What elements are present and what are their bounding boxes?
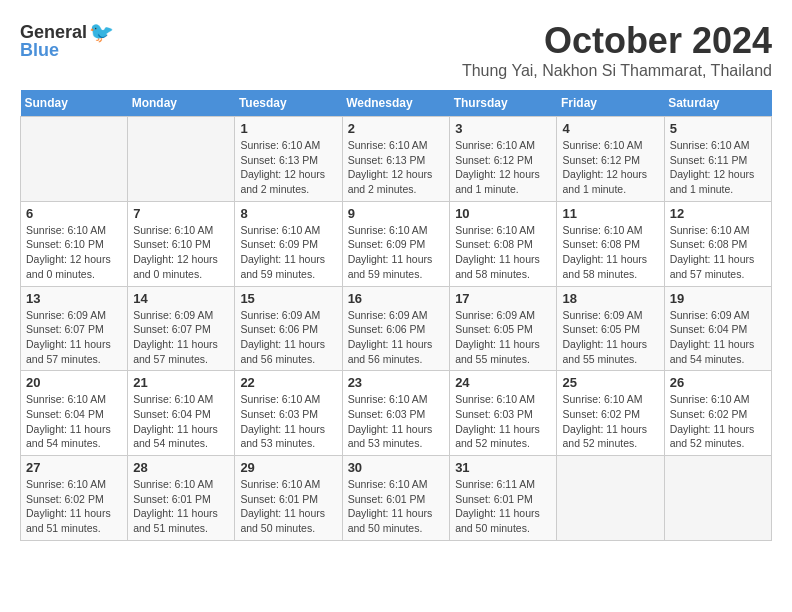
day-number: 2 [348,121,445,136]
dow-header-thursday: Thursday [450,90,557,117]
day-number: 17 [455,291,551,306]
logo-blue-text: Blue [20,40,59,61]
logo: General 🐦 Blue [20,20,114,61]
day-number: 19 [670,291,766,306]
day-detail: Sunrise: 6:09 AMSunset: 6:07 PMDaylight:… [26,308,122,367]
day-detail: Sunrise: 6:09 AMSunset: 6:04 PMDaylight:… [670,308,766,367]
day-detail: Sunrise: 6:10 AMSunset: 6:03 PMDaylight:… [240,392,336,451]
day-detail: Sunrise: 6:10 AMSunset: 6:08 PMDaylight:… [562,223,658,282]
calendar-cell [128,117,235,202]
calendar-cell: 27Sunrise: 6:10 AMSunset: 6:02 PMDayligh… [21,456,128,541]
day-detail: Sunrise: 6:10 AMSunset: 6:12 PMDaylight:… [562,138,658,197]
calendar-cell: 12Sunrise: 6:10 AMSunset: 6:08 PMDayligh… [664,201,771,286]
day-detail: Sunrise: 6:10 AMSunset: 6:11 PMDaylight:… [670,138,766,197]
day-detail: Sunrise: 6:10 AMSunset: 6:04 PMDaylight:… [26,392,122,451]
day-detail: Sunrise: 6:10 AMSunset: 6:09 PMDaylight:… [348,223,445,282]
day-detail: Sunrise: 6:10 AMSunset: 6:04 PMDaylight:… [133,392,229,451]
calendar-cell: 1Sunrise: 6:10 AMSunset: 6:13 PMDaylight… [235,117,342,202]
dow-header-monday: Monday [128,90,235,117]
day-number: 22 [240,375,336,390]
calendar-cell: 7Sunrise: 6:10 AMSunset: 6:10 PMDaylight… [128,201,235,286]
calendar-cell: 29Sunrise: 6:10 AMSunset: 6:01 PMDayligh… [235,456,342,541]
month-title: October 2024 [462,20,772,62]
calendar-cell: 20Sunrise: 6:10 AMSunset: 6:04 PMDayligh… [21,371,128,456]
dow-header-sunday: Sunday [21,90,128,117]
calendar-cell [557,456,664,541]
dow-header-friday: Friday [557,90,664,117]
day-number: 4 [562,121,658,136]
day-detail: Sunrise: 6:10 AMSunset: 6:08 PMDaylight:… [455,223,551,282]
day-number: 26 [670,375,766,390]
day-number: 1 [240,121,336,136]
day-detail: Sunrise: 6:10 AMSunset: 6:01 PMDaylight:… [348,477,445,536]
day-number: 5 [670,121,766,136]
calendar-cell: 8Sunrise: 6:10 AMSunset: 6:09 PMDaylight… [235,201,342,286]
day-detail: Sunrise: 6:10 AMSunset: 6:12 PMDaylight:… [455,138,551,197]
calendar-cell: 10Sunrise: 6:10 AMSunset: 6:08 PMDayligh… [450,201,557,286]
day-detail: Sunrise: 6:10 AMSunset: 6:08 PMDaylight:… [670,223,766,282]
day-detail: Sunrise: 6:10 AMSunset: 6:01 PMDaylight:… [240,477,336,536]
day-number: 25 [562,375,658,390]
day-detail: Sunrise: 6:10 AMSunset: 6:02 PMDaylight:… [670,392,766,451]
calendar-cell: 31Sunrise: 6:11 AMSunset: 6:01 PMDayligh… [450,456,557,541]
calendar-cell: 9Sunrise: 6:10 AMSunset: 6:09 PMDaylight… [342,201,450,286]
day-number: 27 [26,460,122,475]
calendar-cell: 21Sunrise: 6:10 AMSunset: 6:04 PMDayligh… [128,371,235,456]
dow-header-tuesday: Tuesday [235,90,342,117]
day-detail: Sunrise: 6:09 AMSunset: 6:06 PMDaylight:… [348,308,445,367]
location-title: Thung Yai, Nakhon Si Thammarat, Thailand [462,62,772,80]
day-number: 8 [240,206,336,221]
day-number: 14 [133,291,229,306]
day-detail: Sunrise: 6:10 AMSunset: 6:03 PMDaylight:… [455,392,551,451]
calendar-cell [21,117,128,202]
day-detail: Sunrise: 6:10 AMSunset: 6:10 PMDaylight:… [133,223,229,282]
day-number: 20 [26,375,122,390]
calendar-cell: 19Sunrise: 6:09 AMSunset: 6:04 PMDayligh… [664,286,771,371]
day-detail: Sunrise: 6:10 AMSunset: 6:02 PMDaylight:… [562,392,658,451]
day-number: 9 [348,206,445,221]
calendar-cell: 11Sunrise: 6:10 AMSunset: 6:08 PMDayligh… [557,201,664,286]
calendar-cell: 25Sunrise: 6:10 AMSunset: 6:02 PMDayligh… [557,371,664,456]
dow-header-saturday: Saturday [664,90,771,117]
calendar-cell: 23Sunrise: 6:10 AMSunset: 6:03 PMDayligh… [342,371,450,456]
calendar-cell: 30Sunrise: 6:10 AMSunset: 6:01 PMDayligh… [342,456,450,541]
day-detail: Sunrise: 6:09 AMSunset: 6:07 PMDaylight:… [133,308,229,367]
calendar-cell [664,456,771,541]
day-detail: Sunrise: 6:10 AMSunset: 6:03 PMDaylight:… [348,392,445,451]
calendar-cell: 5Sunrise: 6:10 AMSunset: 6:11 PMDaylight… [664,117,771,202]
calendar-cell: 6Sunrise: 6:10 AMSunset: 6:10 PMDaylight… [21,201,128,286]
day-number: 29 [240,460,336,475]
calendar-cell: 17Sunrise: 6:09 AMSunset: 6:05 PMDayligh… [450,286,557,371]
day-number: 23 [348,375,445,390]
day-detail: Sunrise: 6:10 AMSunset: 6:13 PMDaylight:… [348,138,445,197]
day-detail: Sunrise: 6:09 AMSunset: 6:06 PMDaylight:… [240,308,336,367]
calendar-cell: 24Sunrise: 6:10 AMSunset: 6:03 PMDayligh… [450,371,557,456]
calendar-cell: 13Sunrise: 6:09 AMSunset: 6:07 PMDayligh… [21,286,128,371]
day-number: 21 [133,375,229,390]
day-number: 12 [670,206,766,221]
calendar-cell: 2Sunrise: 6:10 AMSunset: 6:13 PMDaylight… [342,117,450,202]
day-detail: Sunrise: 6:09 AMSunset: 6:05 PMDaylight:… [562,308,658,367]
day-number: 24 [455,375,551,390]
day-number: 11 [562,206,658,221]
calendar-cell: 28Sunrise: 6:10 AMSunset: 6:01 PMDayligh… [128,456,235,541]
day-detail: Sunrise: 6:10 AMSunset: 6:13 PMDaylight:… [240,138,336,197]
day-detail: Sunrise: 6:10 AMSunset: 6:01 PMDaylight:… [133,477,229,536]
dow-header-wednesday: Wednesday [342,90,450,117]
logo-bird-icon: 🐦 [89,20,114,44]
day-number: 6 [26,206,122,221]
day-number: 16 [348,291,445,306]
calendar-cell: 14Sunrise: 6:09 AMSunset: 6:07 PMDayligh… [128,286,235,371]
day-detail: Sunrise: 6:10 AMSunset: 6:09 PMDaylight:… [240,223,336,282]
calendar-cell: 18Sunrise: 6:09 AMSunset: 6:05 PMDayligh… [557,286,664,371]
calendar-cell: 26Sunrise: 6:10 AMSunset: 6:02 PMDayligh… [664,371,771,456]
day-number: 30 [348,460,445,475]
day-number: 3 [455,121,551,136]
day-detail: Sunrise: 6:09 AMSunset: 6:05 PMDaylight:… [455,308,551,367]
calendar-cell: 16Sunrise: 6:09 AMSunset: 6:06 PMDayligh… [342,286,450,371]
day-detail: Sunrise: 6:10 AMSunset: 6:10 PMDaylight:… [26,223,122,282]
day-number: 31 [455,460,551,475]
day-number: 10 [455,206,551,221]
calendar-cell: 15Sunrise: 6:09 AMSunset: 6:06 PMDayligh… [235,286,342,371]
calendar-cell: 3Sunrise: 6:10 AMSunset: 6:12 PMDaylight… [450,117,557,202]
